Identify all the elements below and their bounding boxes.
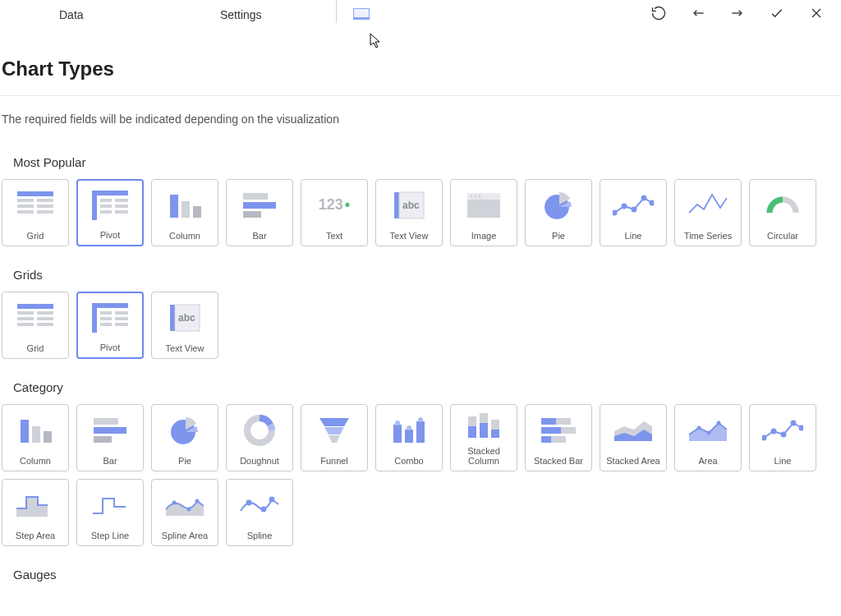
circular-label: Circular <box>765 231 800 241</box>
stackedcolumn-icon <box>451 405 517 446</box>
chart-textview[interactable]: abc Text View <box>375 179 443 246</box>
svg-rect-18 <box>243 193 268 200</box>
svg-rect-35 <box>17 304 53 309</box>
chart-pie-2[interactable]: Pie <box>151 404 218 471</box>
chart-stepline[interactable]: Step Line <box>76 479 144 546</box>
svg-rect-50 <box>170 305 175 331</box>
column-icon <box>2 405 68 456</box>
svg-rect-39 <box>37 317 53 320</box>
check-icon[interactable] <box>769 5 785 25</box>
pivot-label: Pivot <box>99 230 122 240</box>
stackedarea-label: Stacked Area <box>604 456 661 466</box>
svg-rect-2 <box>37 199 53 202</box>
svg-rect-46 <box>100 317 112 320</box>
page-subtitle: The required fields will be indicated de… <box>0 113 841 149</box>
cards-grids: Grid Pivot abc Text View <box>0 292 841 374</box>
grid-icon <box>2 292 68 343</box>
chart-bar-2[interactable]: Bar <box>76 404 144 471</box>
svg-rect-71 <box>468 426 476 438</box>
image-label: Image <box>470 231 499 241</box>
column-icon <box>152 180 218 231</box>
chart-column-2[interactable]: Column <box>2 404 69 471</box>
chart-stackedarea[interactable]: Stacked Area <box>600 404 667 471</box>
svg-point-88 <box>762 435 766 439</box>
chart-stackedbar[interactable]: Stacked Bar <box>525 404 592 471</box>
chart-pie[interactable]: Pie <box>525 179 592 246</box>
doughnut-label: Doughnut <box>238 456 281 466</box>
chart-bar[interactable]: Bar <box>226 179 293 246</box>
svg-rect-58 <box>94 436 112 443</box>
chart-textview-2[interactable]: abc Text View <box>151 292 218 359</box>
svg-point-26 <box>475 195 477 197</box>
bar-label: Bar <box>101 456 118 466</box>
chart-preview-icon[interactable] <box>353 8 370 20</box>
stackedbar-label: Stacked Bar <box>532 456 585 466</box>
undo-icon[interactable] <box>690 5 706 25</box>
bar-icon <box>77 405 143 456</box>
svg-rect-77 <box>541 418 556 425</box>
svg-point-89 <box>772 429 776 433</box>
svg-rect-41 <box>37 323 53 326</box>
chart-funnel[interactable]: Funnel <box>301 404 368 471</box>
svg-rect-7 <box>92 191 128 195</box>
text-icon: 123• <box>301 180 367 231</box>
chart-line[interactable]: Line <box>600 179 667 246</box>
chart-line-2[interactable]: Line <box>749 404 816 471</box>
svg-marker-93 <box>16 497 48 517</box>
chart-combo[interactable]: Combo <box>375 404 443 471</box>
chart-splinearea[interactable]: Spline Area <box>151 479 218 546</box>
grid-icon <box>2 180 68 231</box>
redo-icon[interactable] <box>729 5 746 25</box>
svg-rect-3 <box>17 205 34 208</box>
chart-pivot-2[interactable]: Pivot <box>76 292 144 359</box>
svg-rect-13 <box>100 210 112 214</box>
refresh-icon[interactable] <box>650 5 667 25</box>
chart-doughnut[interactable]: Doughnut <box>226 404 293 471</box>
chart-column[interactable]: Column <box>151 179 218 246</box>
chart-text[interactable]: 123• Text <box>301 179 368 246</box>
svg-point-31 <box>623 204 627 208</box>
stackedarea-icon <box>600 405 666 456</box>
svg-point-67 <box>395 421 400 425</box>
svg-rect-43 <box>92 303 97 333</box>
close-icon[interactable] <box>808 5 825 25</box>
stepline-icon <box>77 480 143 531</box>
svg-rect-36 <box>17 311 34 315</box>
chart-spline[interactable]: Spline <box>226 479 293 546</box>
chart-area[interactable]: Area <box>674 404 742 471</box>
section-category: Category <box>0 374 841 404</box>
svg-point-34 <box>650 200 655 205</box>
svg-text:abc: abc <box>178 312 195 324</box>
svg-rect-15 <box>170 195 178 218</box>
chart-stackedcolumn[interactable]: Stacked Column <box>450 404 517 471</box>
svg-point-87 <box>717 421 721 425</box>
chart-image[interactable]: Image <box>450 179 517 246</box>
svg-point-25 <box>471 195 473 197</box>
tab-settings[interactable]: Settings <box>220 8 262 21</box>
textview-icon: abc <box>152 292 218 343</box>
pie-label: Pie <box>177 456 193 466</box>
chart-grid[interactable]: Grid <box>2 179 69 246</box>
svg-rect-73 <box>480 423 488 438</box>
textview-icon: abc <box>376 180 442 231</box>
chart-pivot[interactable]: Pivot <box>76 179 144 246</box>
chart-timeseries[interactable]: Time Series <box>674 179 742 246</box>
svg-point-94 <box>172 500 177 504</box>
svg-rect-38 <box>17 317 34 320</box>
svg-point-68 <box>407 425 411 430</box>
svg-point-27 <box>479 195 481 197</box>
line-icon <box>600 180 666 231</box>
grid-label: Grid <box>25 231 46 241</box>
chart-circular[interactable]: Circular <box>749 179 816 246</box>
chart-steparea[interactable]: Step Area <box>2 479 69 546</box>
svg-rect-0 <box>17 191 53 196</box>
pie-label: Pie <box>550 231 567 241</box>
separator <box>0 95 841 96</box>
svg-rect-8 <box>92 191 97 220</box>
chart-grid-2[interactable]: Grid <box>2 292 69 359</box>
svg-point-33 <box>642 195 646 200</box>
svg-rect-47 <box>115 317 128 320</box>
svg-rect-40 <box>17 323 34 326</box>
tab-data[interactable]: Data <box>59 8 84 21</box>
spline-label: Spline <box>246 531 274 540</box>
